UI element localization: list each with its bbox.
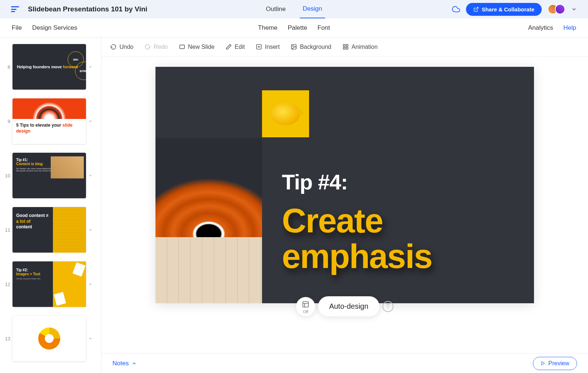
slide-thumbnail-11[interactable]: Good content ≠a lot ofcontent [12, 207, 86, 253]
tab-design[interactable]: Design [300, 0, 325, 19]
chevron-down-icon[interactable] [88, 65, 93, 69]
slide-canvas[interactable]: Tip #4: Createemphasis [155, 67, 534, 303]
layout-icon [302, 301, 309, 308]
external-link-icon [473, 7, 479, 12]
chevron-down-icon[interactable] [88, 282, 93, 286]
svg-rect-8 [343, 47, 345, 49]
collaborator-avatars[interactable] [548, 4, 565, 14]
menu-bar: File Design Services Theme Palette Font … [0, 18, 588, 37]
slide-text-block[interactable]: Tip #4: Createemphasis [282, 170, 432, 274]
edit-toolbar: Undo Redo New Slide Edit Insert Backgrou… [101, 37, 588, 57]
chevron-down-icon[interactable] [571, 6, 577, 12]
notes-button[interactable]: Notes [112, 360, 137, 367]
slide-number: 8 [3, 64, 10, 70]
plus-square-icon [256, 44, 262, 50]
chevron-down-icon[interactable] [88, 228, 93, 232]
redo-button[interactable]: Redo [144, 44, 168, 50]
slide-number: 13 [3, 336, 10, 341]
avatar[interactable] [555, 4, 565, 14]
image-icon [291, 44, 297, 50]
preview-button[interactable]: Preview [533, 357, 577, 370]
chevron-up-icon [132, 361, 137, 366]
menu-file[interactable]: File [12, 24, 22, 32]
slide-thumbnail-10[interactable]: Tip #1: Content is king No design can sa… [12, 153, 86, 198]
svg-rect-0 [180, 45, 184, 49]
pencil-icon [226, 44, 232, 50]
slide-number: 12 [3, 282, 10, 287]
share-label: Share & Collaborate [482, 6, 534, 12]
menu-analytics[interactable]: Analytics [528, 24, 553, 32]
slide-number: 10 [3, 173, 10, 178]
slide-thumbnail-12[interactable]: Tip #2:Images > TextHardly anyone reads … [12, 261, 86, 307]
slide-number: 11 [3, 227, 10, 233]
menu-help[interactable]: Help [563, 24, 576, 32]
play-icon [541, 361, 545, 366]
workspace: 8 Helping founders move forward 30K $250… [0, 37, 588, 373]
animation-button[interactable]: Animation [343, 44, 378, 50]
slide-number: 9 [3, 119, 10, 124]
cloud-sync-icon[interactable] [452, 5, 460, 13]
svg-rect-9 [346, 47, 348, 49]
svg-marker-13 [542, 362, 545, 365]
mode-tabs: Outline Design [263, 0, 325, 19]
svg-rect-7 [346, 44, 348, 46]
document-title[interactable]: Slidebean Presentations 101 by Vini [28, 5, 147, 13]
menu-theme[interactable]: Theme [258, 24, 277, 32]
bottom-bar: Notes Preview [101, 353, 588, 373]
menu-icon[interactable] [11, 6, 19, 12]
svg-rect-10 [303, 301, 308, 307]
slide-heading: Tip #4: [282, 170, 432, 194]
auto-design-toggle[interactable]: Off [296, 297, 315, 316]
auto-design-button[interactable]: Auto-design [318, 296, 380, 316]
auto-design-controls: Off Auto-design ? [296, 296, 394, 316]
canvas-area: Undo Redo New Slide Edit Insert Backgrou… [101, 37, 588, 373]
share-button[interactable]: Share & Collaborate [466, 3, 542, 16]
top-bar: Slidebean Presentations 101 by Vini Outl… [0, 0, 588, 18]
slide-thumbnail-9[interactable]: 5 Tips to elevate your slide design [12, 98, 86, 144]
menu-design-services[interactable]: Design Services [32, 24, 77, 32]
edit-button[interactable]: Edit [226, 44, 245, 50]
help-icon[interactable]: ? [382, 301, 393, 312]
slide-image-tunnel[interactable] [155, 138, 262, 303]
new-slide-button[interactable]: New Slide [179, 44, 215, 50]
tab-outline[interactable]: Outline [263, 0, 289, 18]
undo-button[interactable]: Undo [110, 44, 133, 50]
insert-button[interactable]: Insert [256, 44, 280, 50]
grid-icon [343, 44, 349, 50]
background-button[interactable]: Background [291, 44, 331, 50]
chevron-down-icon[interactable] [88, 336, 93, 341]
svg-rect-6 [343, 44, 345, 46]
canvas-wrap: Tip #4: Createemphasis Off Auto-design ? [101, 57, 588, 353]
slide-thumbnail-8[interactable]: Helping founders move forward 30K $250M [12, 44, 86, 90]
menu-font[interactable]: Font [318, 24, 330, 32]
slide-panel[interactable]: 8 Helping founders move forward 30K $250… [0, 37, 101, 373]
redo-icon [144, 44, 151, 50]
donut-chart-icon [38, 327, 60, 350]
new-slide-icon [179, 44, 185, 50]
slide-thumbnail-13[interactable] [12, 316, 86, 361]
menu-palette[interactable]: Palette [288, 24, 307, 32]
svg-point-5 [293, 46, 293, 46]
undo-icon [110, 44, 116, 50]
slide-image-lemon[interactable] [262, 90, 309, 137]
chevron-down-icon[interactable] [88, 173, 93, 178]
slide-emphasis-text: Createemphasis [282, 203, 432, 274]
chevron-down-icon[interactable] [88, 119, 93, 123]
